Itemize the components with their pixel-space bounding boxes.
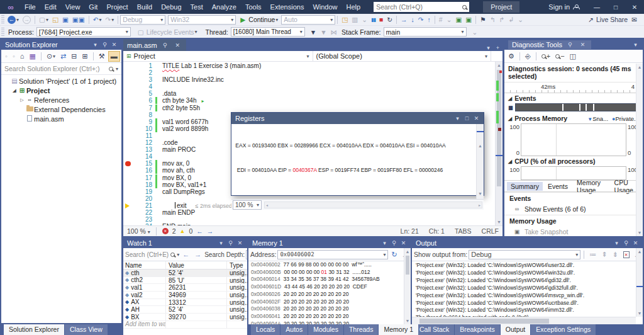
- close-button[interactable]: ✕: [625, 0, 644, 14]
- stack-frame-combo[interactable]: main▾: [384, 27, 467, 37]
- new-file-button[interactable]: ▢▾: [37, 14, 50, 25]
- panel-menu-icon[interactable]: ▾: [612, 240, 621, 246]
- continue-button[interactable]: ▶ Continue▾: [238, 14, 280, 25]
- toolbar2-overflow-button[interactable]: ⌄: [470, 26, 480, 37]
- search-back-icon[interactable]: ←: [180, 249, 191, 260]
- tab-list-icon[interactable]: ▾: [484, 45, 493, 51]
- registers-content[interactable]: EAX = 00193400 EBX = 00289966 ECX = 0040…: [231, 124, 484, 199]
- code-line[interactable]: 7 cth2 byte 55h: [123, 105, 495, 111]
- timeline-ruler[interactable]: 42ms 4: [504, 82, 643, 93]
- menu-build[interactable]: Build: [133, 0, 157, 14]
- screenshot-button[interactable]: ▥: [350, 14, 360, 25]
- sign-in-button[interactable]: Sign in: [548, 3, 579, 11]
- menu-tools[interactable]: Tools: [241, 0, 266, 14]
- panel-menu-icon[interactable]: ▾: [453, 115, 462, 122]
- memory-row[interactable]: 0x00406026 20 20 20 20 20 20 20 20 20: [251, 291, 411, 298]
- step-out-button[interactable]: ↑: [426, 14, 433, 25]
- code-line[interactable]: 6 cth byte 34h▸: [123, 97, 495, 104]
- properties-icon[interactable]: ⊞: [80, 51, 90, 62]
- global-scope-combo[interactable]: (Global Scope)▾: [313, 51, 491, 61]
- code-line[interactable]: 24 END main: [123, 223, 495, 225]
- maximize-button[interactable]: □: [606, 0, 625, 14]
- watch-row[interactable]: ◆val2 34969unsig...: [123, 292, 247, 299]
- pin-icon[interactable]: ⚲: [389, 240, 399, 246]
- attach-button[interactable]: ▣: [453, 14, 464, 25]
- tab-threads[interactable]: Threads: [344, 324, 379, 335]
- split-window-icon[interactable]: +: [493, 45, 502, 51]
- reset-view-icon[interactable]: ◫: [568, 51, 578, 62]
- undo-button[interactable]: ↶▾: [91, 14, 104, 25]
- menu-debug[interactable]: Debug: [157, 0, 186, 14]
- pin-icon[interactable]: ⚲: [621, 240, 631, 246]
- tab-call-stack[interactable]: Call Stack: [414, 324, 454, 335]
- memory-row[interactable]: 0x00406041 20 20 20 20 20 20 20 20 20: [251, 313, 411, 321]
- zoom-out-icon[interactable]: −: [553, 51, 566, 62]
- diagnostics-scrollbar[interactable]: ▲▼: [636, 64, 643, 236]
- memory-title-bar[interactable]: Memory 1 ▾ ⚲ ✕: [248, 237, 411, 248]
- expander-icon[interactable]: ▷: [19, 98, 25, 103]
- thread-combo[interactable]: [16080] Main Thread▾: [231, 27, 305, 37]
- collapse-all-icon[interactable]: ⊟: [69, 51, 79, 62]
- quick-search-input[interactable]: Search (Ctrl+Q): [374, 2, 469, 12]
- memory-rows[interactable]: 0x00406002 77 66 99 88 00 00 00 00 00 wf…: [248, 261, 411, 324]
- watch-row[interactable]: ◆BX 39270unsig...: [123, 314, 247, 321]
- code-line[interactable]: 5 .data: [123, 90, 495, 97]
- error-count[interactable]: 2: [172, 227, 176, 235]
- panel-menu-icon[interactable]: ▾: [216, 240, 226, 246]
- pending-changes-filter-icon[interactable]: ⊙▾: [45, 51, 57, 62]
- menu-project[interactable]: Project: [102, 0, 132, 14]
- expander-icon[interactable]: ◢: [11, 88, 18, 93]
- summary-action[interactable]: ∞Show Events (6 of 6): [504, 203, 643, 215]
- open-file-button[interactable]: ◱: [50, 14, 60, 25]
- registers-scrollbar[interactable]: ▲ ▼: [476, 124, 484, 199]
- switch-views-icon[interactable]: ▦: [27, 51, 37, 62]
- prev-message-icon[interactable]: ⇞: [599, 249, 609, 260]
- next-bookmark-button[interactable]: ↱: [497, 14, 507, 25]
- minimize-button[interactable]: —: [587, 0, 606, 14]
- menu-extensions[interactable]: Extensions: [266, 0, 309, 14]
- menu-edit[interactable]: Edit: [40, 0, 61, 14]
- watch-row[interactable]: ◆cth2 85 'U'unsig...: [123, 277, 247, 285]
- break-all-button[interactable]: ▮▮: [369, 14, 377, 25]
- filter-icon[interactable]: ▼: [308, 26, 318, 37]
- next-message-icon[interactable]: ⇟: [610, 249, 619, 260]
- tree-item[interactable]: ▷▪▪References: [1, 95, 121, 105]
- home-icon[interactable]: ⌂: [18, 51, 26, 62]
- hex-display-button[interactable]: #: [437, 14, 445, 25]
- prev-issue-button[interactable]: ←: [196, 227, 203, 235]
- feedback-button[interactable]: ✉: [630, 14, 639, 25]
- zoom-in-icon[interactable]: +: [540, 51, 552, 62]
- close-icon[interactable]: ✕: [173, 42, 182, 48]
- memory-row[interactable]: 0x00406002 77 66 99 88 00 00 00 00 00 wf…: [251, 261, 411, 269]
- watch-row[interactable]: ◆val1 26231unsig...: [123, 284, 247, 292]
- refresh-icon[interactable]: ↻: [389, 249, 399, 260]
- save-all-button[interactable]: ▣▣: [70, 14, 87, 25]
- tab-breakpoints[interactable]: Breakpoints: [455, 324, 499, 335]
- code-line[interactable]: 1 TITLE Lab 1 Exercise 3 (main.asm): [123, 62, 495, 69]
- platform-combo[interactable]: Win32▾: [168, 15, 236, 25]
- lifecycle-events-button[interactable]: ▢ Lifecycle Events▾: [136, 26, 199, 37]
- close-icon[interactable]: ✕: [399, 240, 408, 246]
- diagnostic-tools-title-bar[interactable]: Diagnostic Tools ⚲ ✕ ▾: [504, 39, 643, 50]
- menu-view[interactable]: View: [61, 0, 85, 14]
- maximize-icon[interactable]: □: [462, 115, 472, 122]
- tab-modules[interactable]: Modules: [308, 324, 343, 335]
- pin-icon[interactable]: ⚲: [565, 42, 575, 48]
- pin-icon[interactable]: ⚲: [160, 42, 170, 48]
- summary-action[interactable]: ▣Take Snapshot: [504, 226, 643, 236]
- sync-with-active-document-icon[interactable]: ⇄: [58, 51, 68, 62]
- events-section-header[interactable]: ◢Events: [504, 93, 643, 103]
- bookmark-button[interactable]: ⚑: [478, 14, 487, 25]
- events-bar[interactable]: [515, 103, 639, 111]
- pin-icon[interactable]: ⚲: [100, 42, 109, 48]
- memory-row[interactable]: 0x0040604A 20 20 20 20 20 20 20 20 20: [251, 321, 411, 324]
- redo-button[interactable]: ↷▾: [103, 14, 116, 25]
- solution-explorer-search-input[interactable]: Search Solution Explorer (Ctrl+;) ▾: [1, 63, 121, 75]
- output-vscrollbar[interactable]: ▲ ▼: [636, 248, 643, 317]
- output-hscrollbar[interactable]: [412, 317, 636, 324]
- close-icon[interactable]: ✕: [109, 42, 119, 48]
- solution-explorer-title-bar[interactable]: Solution Explorer ▾ ⚲ ✕: [1, 39, 121, 50]
- registers-title-bar[interactable]: Registers ▾ □ ✕: [231, 113, 484, 124]
- menu-help[interactable]: Help: [342, 0, 365, 14]
- navigate-back-button[interactable]: ←▾: [6, 14, 21, 25]
